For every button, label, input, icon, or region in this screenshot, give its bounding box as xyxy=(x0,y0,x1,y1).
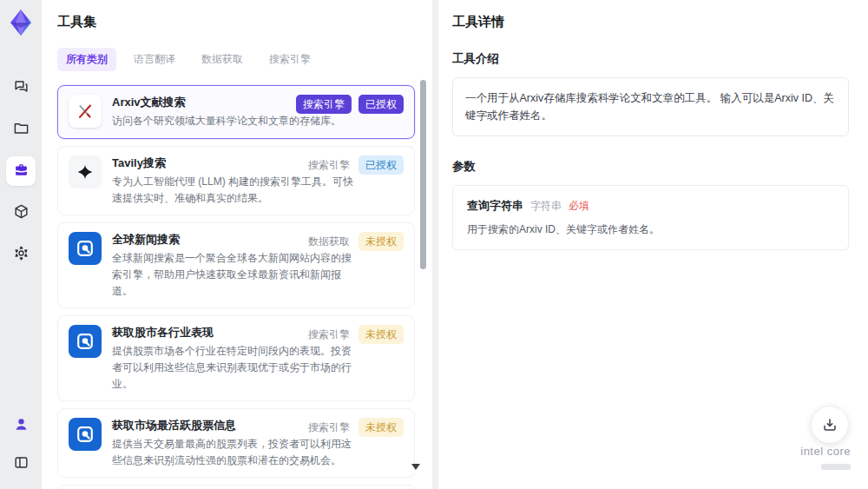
user-icon xyxy=(13,416,30,436)
rail-item-panel-toggle[interactable] xyxy=(6,449,36,479)
left-rail xyxy=(0,0,42,489)
q-app-icon xyxy=(69,232,102,265)
scroll-down-indicator[interactable] xyxy=(411,464,420,470)
auth-status-badge: 未授权 xyxy=(358,325,404,344)
chat-icon xyxy=(13,78,30,98)
param-type: 字符串 xyxy=(530,199,562,214)
rail-item-toolbox[interactable] xyxy=(6,156,36,186)
tool-card[interactable]: Arxiv文献搜索 访问各个研究领域大量科学论文和文章的存储库。 搜索引擎 已授… xyxy=(57,85,415,139)
category-badge: 搜索引擎 xyxy=(306,418,352,437)
detail-title: 工具详情 xyxy=(452,14,849,30)
category-badge: 搜索引擎 xyxy=(306,155,352,175)
panel-toggle-icon xyxy=(13,454,30,474)
tool-cards: Arxiv文献搜索 访问各个研究领域大量科学论文和文章的存储库。 搜索引擎 已授… xyxy=(57,85,415,489)
q-app-icon xyxy=(69,418,102,451)
rail-item-user[interactable] xyxy=(6,411,36,440)
tool-description: 专为人工智能代理 (LLM) 构建的搜索引擎工具。可快速提供实时、准确和真实的结… xyxy=(112,174,355,206)
download-button[interactable] xyxy=(811,406,849,444)
tool-description: 访问各个研究领域大量科学论文和文章的存储库。 xyxy=(112,113,355,129)
intel-core-brand: intel core xyxy=(800,445,851,473)
category-tabs: 所有类别语言翻译数据获取搜索引擎 xyxy=(57,48,417,71)
app-logo[interactable] xyxy=(5,7,36,38)
tab-0[interactable]: 所有类别 xyxy=(57,48,116,71)
settings-icon xyxy=(13,245,30,265)
folder-icon xyxy=(13,120,30,140)
auth-status-badge: 未授权 xyxy=(358,418,404,437)
rail-item-cube[interactable] xyxy=(6,198,36,228)
arxiv-icon xyxy=(69,95,102,128)
param-name: 查询字符串 xyxy=(467,198,523,214)
tool-card[interactable]: 全球新闻搜索 全球新闻搜索是一个聚合全球各大新闻网站内容的搜索引擎，帮助用户快速… xyxy=(57,222,415,308)
rail-item-chat[interactable] xyxy=(6,73,36,102)
auth-status-badge: 已授权 xyxy=(358,155,404,175)
tool-description: 提供股票市场各个行业在特定时间段内的表现。投资者可以利用这些信息来识别表现优于或… xyxy=(112,343,355,392)
tool-list-panel: 工具集 所有类别语言翻译数据获取搜索引擎 Arxiv文献搜索 访问各个研究领域大… xyxy=(42,0,432,489)
list-scrollbar[interactable] xyxy=(420,76,426,478)
tool-list-title: 工具集 xyxy=(57,14,417,30)
q-app-icon xyxy=(69,325,102,358)
scrollbar-thumb[interactable] xyxy=(420,80,426,269)
toolbox-icon xyxy=(13,162,30,182)
rail-item-settings[interactable] xyxy=(6,240,36,269)
tool-card[interactable]: 万维地区新闻查询 查询具体行政区划内的新闻，快速了解各地新闻动 搜索引擎 未授权 xyxy=(57,485,415,489)
param-card: 查询字符串 字符串 必填 用于搜索的Arxiv ID、关键字或作者姓名。 xyxy=(452,185,849,250)
tool-card[interactable]: Tavily搜索 专为人工智能代理 (LLM) 构建的搜索引擎工具。可快速提供实… xyxy=(57,146,415,215)
auth-status-badge: 已授权 xyxy=(358,95,404,114)
star-icon xyxy=(69,155,102,188)
brand-subtext xyxy=(821,464,851,470)
tool-description: 全球新闻搜索是一个聚合全球各大新闻网站内容的搜索引擎，帮助用户快速获取全球最新资… xyxy=(112,250,355,299)
tool-detail-panel: 工具详情 工具介绍 一个用于从Arxiv存储库搜索科学论文和文章的工具。 输入可… xyxy=(438,0,868,489)
brand-text: intel core xyxy=(800,445,851,458)
param-required-badge: 必填 xyxy=(569,199,589,214)
intro-text: 一个用于从Arxiv存储库搜索科学论文和文章的工具。 输入可以是Arxiv ID… xyxy=(452,77,849,136)
category-badge: 数据获取 xyxy=(306,232,352,251)
category-badge: 搜索引擎 xyxy=(306,325,352,344)
gem-logo-icon xyxy=(5,7,36,38)
rail-item-folder[interactable] xyxy=(6,115,36,144)
param-description: 用于搜索的Arxiv ID、关键字或作者姓名。 xyxy=(467,221,834,237)
params-label: 参数 xyxy=(452,159,849,175)
params-list: 查询字符串 字符串 必填 用于搜索的Arxiv ID、关键字或作者姓名。 xyxy=(452,185,849,250)
auth-status-badge: 未授权 xyxy=(358,232,404,251)
tool-card[interactable]: 获取股市各行业表现 提供股票市场各个行业在特定时间段内的表现。投资者可以利用这些… xyxy=(57,315,415,401)
tool-card[interactable]: 获取市场最活跃股票信息 提供当天交易量最高的股票列表，投资者可以利用这些信息来识… xyxy=(57,408,415,478)
tab-2[interactable]: 数据获取 xyxy=(193,48,252,71)
category-badge: 搜索引擎 xyxy=(296,95,352,114)
rail-bottom xyxy=(6,411,36,479)
intro-label: 工具介绍 xyxy=(452,51,849,67)
tab-3[interactable]: 搜索引擎 xyxy=(260,48,319,71)
tool-description: 提供当天交易量最高的股票列表，投资者可以利用这些信息来识别流动性强的股票和潜在的… xyxy=(112,436,355,468)
rail-nav xyxy=(6,73,36,269)
download-icon xyxy=(822,417,838,433)
cube-icon xyxy=(13,203,30,223)
tab-1[interactable]: 语言翻译 xyxy=(125,48,184,71)
